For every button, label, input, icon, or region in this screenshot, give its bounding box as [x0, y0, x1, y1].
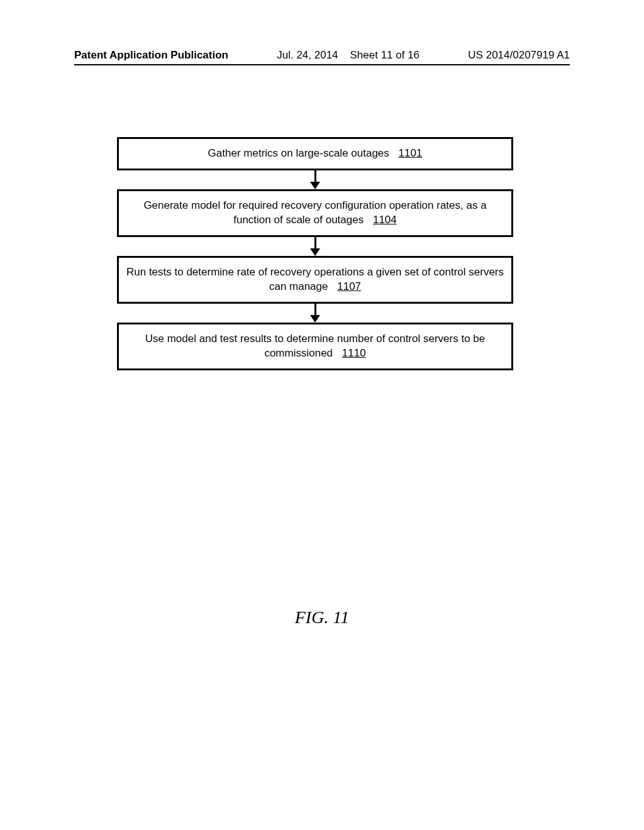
flow-step-3-text: Run tests to determine rate of recovery …: [126, 266, 504, 292]
header-center: Jul. 24, 2014 Sheet 11 of 16: [277, 49, 419, 62]
flow-step-4: Use model and test results to determine …: [117, 323, 513, 370]
flow-step-3: Run tests to determine rate of recovery …: [117, 256, 513, 304]
header-divider: [74, 64, 570, 65]
flow-step-1-text: Gather metrics on large-scale outages: [208, 147, 389, 159]
arrow-head-icon: [310, 182, 320, 189]
arrow-shaft-icon: [314, 170, 316, 182]
header-row: Patent Application Publication Jul. 24, …: [74, 49, 570, 62]
header-date: Jul. 24, 2014: [277, 49, 338, 61]
arrow-3-4: [117, 304, 513, 323]
flow-step-2: Generate model for required recovery con…: [117, 189, 513, 237]
arrow-shaft-icon: [314, 304, 316, 315]
flow-step-2-text: Generate model for required recovery con…: [143, 199, 486, 226]
header-pub-number: US 2014/0207919 A1: [468, 49, 570, 62]
arrow-head-icon: [310, 248, 320, 256]
flow-step-3-ref: 1107: [337, 280, 361, 292]
figure-label: FIG. 11: [0, 607, 644, 628]
flowchart: Gather metrics on large-scale outages 11…: [117, 137, 513, 370]
arrow-shaft-icon: [314, 237, 316, 248]
arrow-2-3: [117, 237, 513, 256]
flow-step-4-ref: 1110: [342, 347, 366, 359]
header-publication-type: Patent Application Publication: [74, 49, 228, 62]
flow-step-1-ref: 1101: [399, 147, 423, 159]
flow-step-2-ref: 1104: [373, 214, 397, 226]
flow-step-1: Gather metrics on large-scale outages 11…: [117, 137, 513, 170]
page: Patent Application Publication Jul. 24, …: [0, 0, 644, 830]
flow-step-4-text: Use model and test results to determine …: [145, 333, 485, 359]
header-sheet: Sheet 11 of 16: [350, 49, 419, 61]
arrow-1-2: [117, 170, 513, 189]
arrow-head-icon: [310, 315, 320, 323]
